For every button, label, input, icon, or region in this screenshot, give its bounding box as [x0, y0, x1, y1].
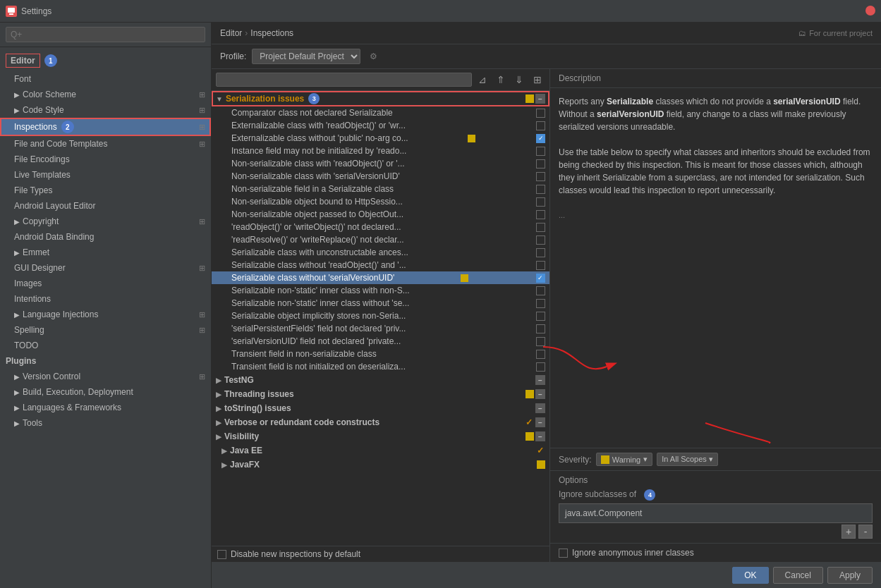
tree-item-serial-vuid-private[interactable]: 'serialVersionUID' field not declared 'p…	[212, 335, 549, 348]
tree-item-comparator[interactable]: Comparator class not declared Serializab…	[212, 106, 549, 119]
sidebar-item-android-data-binding[interactable]: Android Data Binding	[0, 229, 211, 245]
sidebar-section-editor[interactable]: Editor 1	[0, 50, 211, 71]
tree-item-nonser-svuid[interactable]: Non-serializable class with 'serialVersi…	[212, 170, 549, 183]
sidebar-item-build-execution[interactable]: ▶ Build, Execution, Deployment	[0, 384, 211, 400]
item-checkbox[interactable]	[536, 235, 545, 245]
profile-select[interactable]: Project Default Project	[252, 49, 360, 64]
sidebar-item-todo[interactable]: TODO	[0, 338, 211, 353]
threading-minus-btn[interactable]: −	[535, 389, 545, 399]
tree-item-nonser-readobj[interactable]: Non-serializable class with 'readObject(…	[212, 157, 549, 170]
ignore-anonymous-checkbox[interactable]	[559, 549, 568, 558]
item-checkbox[interactable]	[536, 109, 545, 118]
sidebar-item-intentions[interactable]: Intentions	[0, 291, 211, 307]
item-checkbox[interactable]	[536, 185, 545, 194]
group-serialization-issues[interactable]: ▼ Serialization issues 3 −	[212, 91, 549, 106]
group-visibility[interactable]: ▶ Visibility −	[212, 429, 549, 443]
item-checkbox[interactable]	[536, 210, 545, 219]
tree-item-transient-nonser[interactable]: Transient field in non-serializable clas…	[212, 348, 549, 360]
sidebar-item-file-types[interactable]: File Types	[0, 183, 211, 198]
tree-item-instance-field[interactable]: Instance field may not be initialized by…	[212, 145, 549, 157]
sidebar-item-live-templates[interactable]: Live Templates	[0, 167, 211, 183]
settings-tree-button[interactable]: ⊞	[530, 72, 545, 87]
remove-subclass-button[interactable]: -	[858, 525, 873, 539]
tree-item-externalizable-noarg[interactable]: Externalizable class without 'public' no…	[212, 132, 549, 145]
filter-button[interactable]: ⊿	[475, 72, 490, 87]
tree-item-serial-persist[interactable]: 'serialPersistentFields' field not decla…	[212, 322, 549, 335]
group-testng[interactable]: ▶ TestNG −	[212, 373, 549, 387]
apply-button[interactable]: Apply	[827, 567, 873, 584]
sidebar-item-version-control[interactable]: ▶ Version Control ⊞	[0, 369, 211, 384]
item-checkbox[interactable]	[536, 286, 545, 295]
expand-all-button[interactable]: ⇑	[493, 72, 509, 87]
sidebar-item-language-injections[interactable]: ▶ Language Injections ⊞	[0, 307, 211, 322]
tree-item-ser-without-readobj[interactable]: Serializable class without 'readObject()…	[212, 259, 549, 271]
item-checkbox[interactable]	[536, 223, 545, 232]
item-checkbox[interactable]	[536, 261, 545, 270]
sidebar-item-languages-frameworks[interactable]: ▶ Languages & Frameworks	[0, 400, 211, 415]
tree-item-ser-without-svuid[interactable]: Serializable class without 'serialVersio…	[212, 271, 549, 284]
item-checkbox[interactable]	[536, 197, 545, 207]
group-tostring-issues[interactable]: ▶ toString() issues −	[212, 401, 549, 415]
group-threading-issues[interactable]: ▶ Threading issues −	[212, 387, 549, 401]
gear-button[interactable]: ⚙	[366, 49, 380, 63]
sidebar-item-inspections[interactable]: Inspections 2 ⊞	[0, 118, 211, 136]
sidebar-item-android-layout[interactable]: Android Layout Editor	[0, 198, 211, 214]
group-javafx[interactable]: ▶ JavaFX	[212, 458, 549, 472]
verbose-minus-btn[interactable]: −	[535, 417, 545, 427]
sidebar-item-file-encodings[interactable]: File Encodings	[0, 152, 211, 167]
javaee-checkbox[interactable]: ✓	[537, 446, 544, 455]
sidebar-item-gui-designer[interactable]: GUI Designer ⊞	[0, 260, 211, 276]
sidebar-search-input[interactable]	[6, 27, 205, 42]
tree-item-nonser-field[interactable]: Non-serializable field in a Serializable…	[212, 183, 549, 195]
tree-item-nonser-objectout[interactable]: Non-serializable object passed to Object…	[212, 208, 549, 221]
tree-item-readresolve[interactable]: 'readResolve()' or 'writeReplace()' not …	[212, 233, 549, 246]
close-button[interactable]	[865, 6, 875, 16]
verbose-checkbox[interactable]: ✓	[525, 417, 533, 427]
ok-button[interactable]: OK	[732, 567, 768, 584]
tree-item-nonser-httpsession[interactable]: Non-serializable object bound to HttpSes…	[212, 195, 549, 208]
sidebar-item-copyright[interactable]: ▶ Copyright ⊞	[0, 214, 211, 229]
severity-select[interactable]: Warning ▾	[596, 453, 653, 466]
testng-minus-btn[interactable]: −	[535, 375, 545, 385]
tree-item-externalizable-readobj[interactable]: Externalizable class with 'readObject()'…	[212, 119, 549, 132]
visibility-minus-btn[interactable]: −	[535, 431, 545, 441]
sidebar-item-spelling[interactable]: Spelling ⊞	[0, 322, 211, 338]
tree-item-readobj-writeobj[interactable]: 'readObject()' or 'writeObject()' not de…	[212, 221, 549, 233]
item-checkbox[interactable]	[536, 172, 545, 181]
sidebar-item-emmet[interactable]: ▶ Emmet	[0, 245, 211, 260]
group-verbose-redundant[interactable]: ▶ Verbose or redundant code constructs ✓…	[212, 415, 549, 429]
sidebar-item-images[interactable]: Images	[0, 276, 211, 291]
group-java-ee[interactable]: ▶ Java EE ✓	[212, 443, 549, 458]
item-checkbox[interactable]	[536, 248, 545, 257]
item-checkbox[interactable]	[536, 299, 545, 308]
serialization-minus-btn[interactable]: −	[535, 94, 545, 104]
disable-new-inspections-checkbox[interactable]	[217, 550, 226, 559]
tree-item-ser-nonstatic-inner2[interactable]: Serializable non-'static' inner class wi…	[212, 297, 549, 310]
item-checkbox[interactable]: ✓	[536, 134, 545, 143]
tree-item-ser-unconstructable[interactable]: Serializable class with unconstructable …	[212, 246, 549, 259]
sidebar-item-color-scheme[interactable]: ▶ Color Scheme ⊞	[0, 87, 211, 102]
item-checkbox[interactable]	[536, 337, 545, 346]
item-checkbox[interactable]	[536, 350, 545, 359]
collapse-all-button[interactable]: ⇓	[511, 72, 527, 87]
item-checkbox[interactable]	[536, 159, 545, 169]
sidebar-item-tools[interactable]: ▶ Tools	[0, 415, 211, 431]
item-checkbox[interactable]	[536, 121, 545, 130]
tree-search-input[interactable]	[216, 73, 472, 87]
scope-select[interactable]: In All Scopes ▾	[657, 453, 718, 466]
tostring-minus-btn[interactable]: −	[535, 403, 545, 413]
item-checkbox[interactable]	[536, 324, 545, 333]
item-checkbox[interactable]	[536, 312, 545, 321]
tree-item-ser-implicitly-stores[interactable]: Serializable object implicitly stores no…	[212, 310, 549, 322]
tree-item-transient-init[interactable]: Transient field is not initialized on de…	[212, 360, 549, 373]
tree-item-ser-nonstatic-inner[interactable]: Serializable non-'static' inner class wi…	[212, 284, 549, 297]
item-checkbox[interactable]: ✓	[536, 274, 545, 283]
item-checkbox[interactable]	[536, 147, 545, 156]
item-checkbox[interactable]	[536, 362, 545, 372]
cancel-button[interactable]: Cancel	[773, 567, 823, 584]
sidebar-item-font[interactable]: Font	[0, 71, 211, 87]
sidebar-section-plugins[interactable]: Plugins	[0, 353, 211, 369]
add-subclass-button[interactable]: +	[841, 525, 856, 539]
sidebar-item-file-code-templates[interactable]: File and Code Templates ⊞	[0, 136, 211, 152]
sidebar-item-code-style[interactable]: ▶ Code Style ⊞	[0, 102, 211, 118]
